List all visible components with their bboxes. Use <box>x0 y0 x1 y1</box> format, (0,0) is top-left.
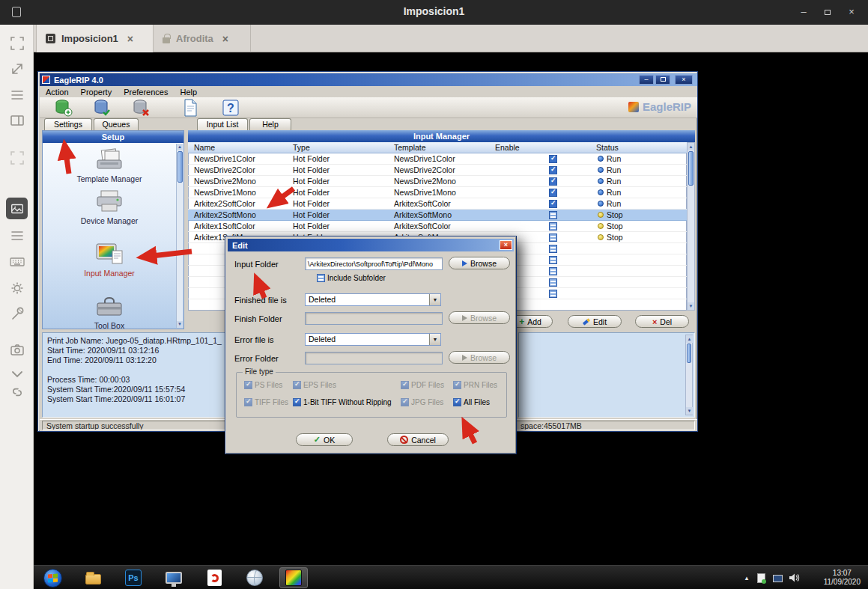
enable-checkbox[interactable] <box>549 290 557 298</box>
link-icon[interactable] <box>9 384 25 400</box>
tab-settings[interactable]: Settings <box>44 118 92 130</box>
taskbar-clock[interactable]: 13:07 11/09/2020 <box>824 569 861 587</box>
taskbar-display-button[interactable] <box>163 568 185 588</box>
tray-volume-button[interactable] <box>787 568 802 588</box>
dropdown-arrow-icon[interactable]: ▼ <box>429 294 440 305</box>
tab-close-icon[interactable]: × <box>222 33 228 45</box>
finished-file-select[interactable]: Deleted ▼ <box>305 293 441 306</box>
win-minimize-button[interactable]: – <box>639 75 654 85</box>
table-row[interactable]: Arkitex1SoftColor Hot Folder ArkitexSoft… <box>188 221 687 232</box>
list-icon[interactable] <box>9 87 25 103</box>
table-row[interactable]: NewsDrive1Color Hot Folder NewsDrive1Col… <box>188 153 687 165</box>
document-icon[interactable] <box>180 98 200 118</box>
enable-checkbox[interactable] <box>549 166 557 174</box>
menu-preferences[interactable]: Preferences <box>118 88 174 97</box>
col-name[interactable]: Name <box>194 143 215 152</box>
tab-input-list[interactable]: Input List <box>197 118 248 130</box>
taskbar-explorer-button[interactable] <box>82 568 104 588</box>
dropdown-arrow-icon[interactable]: ▼ <box>429 334 440 345</box>
tray-network-button[interactable] <box>771 568 784 588</box>
enable-checkbox[interactable] <box>549 234 557 242</box>
enable-checkbox[interactable] <box>549 267 557 275</box>
keyboard-icon[interactable] <box>9 254 25 270</box>
scroll-thumb[interactable] <box>177 151 183 183</box>
eaglerip-titlebar[interactable]: EagleRIP 4.0 – × <box>40 73 697 86</box>
camera-icon[interactable] <box>9 341 25 358</box>
win-maximize-button[interactable] <box>655 75 670 85</box>
scroll-down-icon[interactable]: ▼ <box>686 407 693 415</box>
table-row[interactable]: NewsDrive2Color Hot Folder NewsDrive2Col… <box>188 165 687 176</box>
checkbox-1bit-tiff[interactable]: 1-Bit TIFF Without Ripping <box>293 398 392 406</box>
database-check-icon[interactable] <box>92 98 112 118</box>
scroll-up-icon[interactable]: ▲ <box>686 335 693 343</box>
enable-checkbox[interactable] <box>549 200 557 208</box>
vnc-titlebar[interactable]: Imposicion1 – × <box>0 0 868 25</box>
table-row[interactable]: NewsDrive1Mono Hot Folder NewsDrive1Mono… <box>188 187 687 198</box>
screen-close-button[interactable]: × <box>844 6 859 17</box>
error-file-select[interactable]: Deleted ▼ <box>305 333 441 346</box>
include-subfolder-checkbox[interactable]: Include Subfolder <box>317 274 386 282</box>
ok-button[interactable]: ✓OK <box>296 433 353 446</box>
queue-scrollbar[interactable]: ▲ ▼ <box>685 335 693 415</box>
setup-item-input-manager[interactable]: Input Manager <box>43 242 176 278</box>
start-button[interactable] <box>41 568 64 588</box>
screen-minimize-button[interactable]: – <box>796 6 811 17</box>
col-template[interactable]: Template <box>394 143 426 152</box>
settings-gear-icon[interactable] <box>9 280 25 296</box>
setup-item-device-manager[interactable]: Device Manager <box>43 189 176 225</box>
checkbox-all-files[interactable]: All Files <box>453 398 490 406</box>
scroll-thumb[interactable] <box>688 151 694 186</box>
scroll-thumb[interactable] <box>687 344 691 363</box>
screen-maximize-button[interactable] <box>820 6 835 17</box>
session-tab-afrodita[interactable]: Afrodita × <box>154 25 251 52</box>
win-close-button[interactable]: × <box>675 75 693 85</box>
col-status[interactable]: Status <box>596 143 619 152</box>
selection-region-icon[interactable] <box>9 35 25 52</box>
table-row[interactable]: Arkitex2SoftColor Hot Folder ArkitexSoft… <box>188 198 687 210</box>
fullscreen-icon[interactable] <box>9 61 25 77</box>
setup-item-template-manager[interactable]: Template Manager <box>43 147 176 183</box>
scroll-up-icon[interactable]: ▲ <box>688 143 694 150</box>
tray-expand-button[interactable]: ▴ <box>741 568 753 588</box>
region-capture-icon[interactable] <box>9 150 25 166</box>
enable-checkbox[interactable] <box>549 155 557 163</box>
del-button[interactable]: ×Del <box>635 315 689 328</box>
tab-close-icon[interactable]: × <box>127 33 133 45</box>
enable-checkbox[interactable] <box>549 245 557 253</box>
enable-checkbox[interactable] <box>549 211 557 219</box>
tools-wrench-icon[interactable] <box>9 305 25 322</box>
menu-property[interactable]: Property <box>75 88 118 97</box>
taskbar-browser-button[interactable] <box>243 568 266 588</box>
menu-icon[interactable] <box>9 228 25 244</box>
menu-help[interactable]: Help <box>174 88 203 97</box>
col-type[interactable]: Type <box>293 143 310 152</box>
table-row[interactable]: NewsDrive2Mono Hot Folder NewsDrive2Mono… <box>188 176 687 187</box>
taskbar-active-app-button[interactable] <box>279 567 308 588</box>
chevron-down-icon[interactable] <box>9 366 25 382</box>
scroll-up-icon[interactable]: ▲ <box>177 144 183 150</box>
input-folder-field[interactable]: \ArkitexDirector\Softproof\ToRip\Pdf\Mon… <box>305 257 443 270</box>
database-add-icon[interactable] <box>53 98 73 118</box>
edit-button[interactable]: Edit <box>568 315 622 328</box>
screenshot-tool-selected[interactable] <box>6 198 28 219</box>
browse-input-folder-button[interactable]: Browse <box>449 257 510 269</box>
table-row-selected[interactable]: Arkitex2SoftMono Hot Folder ArkitexSoftM… <box>188 210 687 221</box>
tray-status-button[interactable] <box>754 568 768 588</box>
panel-layout-icon[interactable] <box>9 112 25 129</box>
database-delete-icon[interactable] <box>131 98 151 118</box>
scroll-down-icon[interactable]: ▼ <box>177 321 183 328</box>
setup-scrollbar[interactable]: ▲ ▼ <box>176 144 183 328</box>
enable-checkbox[interactable] <box>549 278 557 287</box>
taskbar-pdf-button[interactable] <box>203 568 225 588</box>
session-tab-imposicion1[interactable]: Imposicion1 × <box>36 25 154 52</box>
edit-dialog-titlebar[interactable]: Edit × <box>228 239 514 251</box>
tab-help[interactable]: Help <box>249 118 291 130</box>
menu-action[interactable]: Action <box>40 88 75 97</box>
scroll-down-icon[interactable]: ▼ <box>688 302 694 310</box>
cancel-button[interactable]: Cancel <box>387 433 449 446</box>
enable-checkbox[interactable] <box>549 177 557 186</box>
dialog-close-button[interactable]: × <box>500 240 512 250</box>
enable-checkbox[interactable] <box>549 256 557 264</box>
table-scrollbar[interactable]: ▲ ▼ <box>687 142 695 311</box>
setup-item-tool-box[interactable]: Tool Box <box>43 294 176 330</box>
